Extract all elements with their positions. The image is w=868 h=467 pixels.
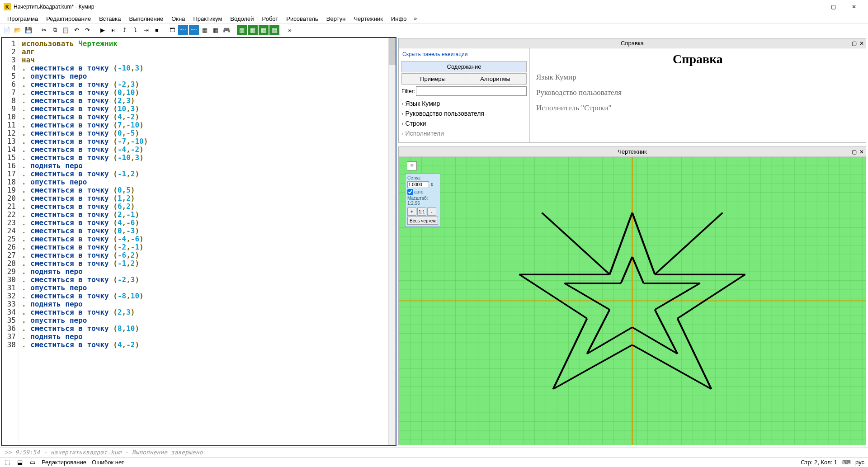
scale-label: Масштаб:: [407, 196, 438, 201]
line-gutter: 1234567891011121314151617181920212223242…: [2, 38, 19, 445]
statusbar: ⬚ ⬓ ▭ Редактирование Ошибок нет Стр: 2, …: [0, 457, 868, 467]
app-icon: K: [4, 3, 11, 10]
help-tree[interactable]: Язык Кумир Руководство пользователя Стро…: [399, 98, 529, 139]
actor1-icon[interactable]: 🗔: [167, 25, 177, 35]
tree-node[interactable]: Руководство пользователя: [401, 108, 527, 118]
filter-label: Filter:: [401, 88, 415, 94]
help-panel-title: Справка ▢ ✕: [399, 38, 866, 48]
auto-checkbox[interactable]: [407, 189, 413, 195]
zoom-in-button[interactable]: +: [407, 208, 416, 216]
drawer-settings: Сетка: ⇕ авто Масштаб: 1:2.96 + 1:1 - Ве…: [405, 173, 440, 227]
menu-overflow[interactable]: »: [411, 14, 420, 23]
keyboard-icon[interactable]: ⌨: [843, 459, 850, 466]
toolbar-overflow[interactable]: »: [285, 25, 295, 35]
auto-label: авто: [414, 189, 424, 194]
actor5-icon[interactable]: ▦: [211, 25, 221, 35]
scale-value: 1:2.96: [407, 201, 438, 206]
copy-icon[interactable]: ⧉: [50, 25, 60, 35]
actor10-icon[interactable]: ▦: [269, 25, 279, 35]
status-icon1[interactable]: ⬚: [4, 459, 11, 466]
actor7-icon[interactable]: ▦: [237, 25, 247, 35]
toolbar: 📄 📂 💾 ✂ ⧉ 📋 ↶ ↷ ▶ ⏯ ⤴ ⤵ ⇥ ■ 🗔 〰 〰 ▦ ▦ 🎮 …: [0, 24, 868, 36]
grid-label: Сетка:: [407, 175, 438, 180]
menu-robot[interactable]: Робот: [259, 14, 282, 23]
help-close-icon[interactable]: ✕: [859, 40, 864, 47]
paste-icon[interactable]: 📋: [61, 25, 71, 35]
open-file-icon[interactable]: 📂: [13, 25, 23, 35]
drawer-maximize-icon[interactable]: ▢: [852, 149, 857, 155]
help-content: Справка Язык Кумир Руководство пользоват…: [530, 48, 866, 142]
drawer-canvas[interactable]: ≡ Сетка: ⇕ авто Масштаб: 1:2.96 + 1:1 - …: [399, 157, 866, 445]
code-area[interactable]: использовать Чертежникалгнач. сместиться…: [19, 38, 388, 445]
cut-icon[interactable]: ✂: [39, 25, 49, 35]
hide-nav-link[interactable]: Скрыть панель навигации: [399, 48, 529, 60]
status-mode: Редактирование: [42, 459, 86, 466]
menu-painter[interactable]: Рисователь: [283, 14, 321, 23]
tab-examples[interactable]: Примеры: [402, 74, 464, 84]
titlebar: K НачертитьКвадрат.kum* - Кумир — ▢ ✕: [0, 0, 868, 14]
console-output: >> 9:59:54 - начертитьквадрат.kum - Выпо…: [0, 447, 868, 457]
drawer-title-label: Чертежник: [618, 148, 647, 155]
drawer-panel-title: Чертежник ▢ ✕: [399, 147, 866, 157]
status-position: Стр: 2, Кол: 1: [801, 459, 837, 466]
actor6-icon[interactable]: 🎮: [222, 25, 231, 35]
menu-windows[interactable]: Окна: [168, 14, 189, 23]
tab-algorithms[interactable]: Алгоритмы: [464, 74, 526, 84]
help-maximize-icon[interactable]: ▢: [852, 40, 857, 47]
menubar: Программа Редактирование Вставка Выполне…: [0, 14, 868, 24]
tree-node[interactable]: Язык Кумир: [401, 99, 527, 108]
actor8-icon[interactable]: ▦: [248, 25, 258, 35]
menu-vertun[interactable]: Вертун: [323, 14, 349, 23]
redo-icon[interactable]: ↷: [82, 25, 92, 35]
stop-icon[interactable]: ■: [152, 25, 162, 35]
zoom-out-button[interactable]: -: [427, 208, 436, 216]
undo-icon[interactable]: ↶: [71, 25, 81, 35]
save-file-icon[interactable]: 💾: [24, 25, 33, 35]
grid-value-input[interactable]: [407, 181, 429, 188]
window-title: НачертитьКвадрат.kum* - Кумир: [14, 4, 802, 10]
help-heading: Справка: [536, 52, 859, 66]
new-file-icon[interactable]: 📄: [2, 25, 12, 35]
close-button[interactable]: ✕: [844, 0, 864, 14]
hamburger-icon[interactable]: ≡: [407, 161, 417, 170]
filter-input[interactable]: [416, 86, 527, 96]
menu-edit[interactable]: Редактирование: [42, 14, 94, 23]
actor9-icon[interactable]: ▦: [259, 25, 269, 35]
help-link[interactable]: Исполнитель "Строки": [536, 104, 859, 113]
editor-scrollbar[interactable]: [388, 38, 396, 445]
tree-node[interactable]: Строки: [401, 118, 527, 128]
help-panel: Справка ▢ ✕ Скрыть панель навигации Соде…: [398, 38, 866, 143]
actor4-icon[interactable]: ▦: [200, 25, 210, 35]
menu-drawer[interactable]: Чертежник: [350, 14, 387, 23]
minimize-button[interactable]: —: [802, 0, 823, 14]
status-errors: Ошибок нет: [92, 459, 124, 466]
run-step-icon[interactable]: ⏯: [108, 25, 118, 35]
menu-practicum[interactable]: Практикум: [189, 14, 226, 23]
zoom-reset-button[interactable]: 1:1: [417, 208, 426, 216]
help-link[interactable]: Руководство пользователя: [536, 88, 859, 97]
menu-run[interactable]: Выполнение: [125, 14, 167, 23]
status-lang[interactable]: рус: [855, 459, 864, 466]
status-icon3[interactable]: ▭: [29, 459, 36, 466]
menu-program[interactable]: Программа: [4, 14, 42, 23]
status-icon2[interactable]: ⬓: [16, 459, 24, 466]
run-icon[interactable]: ▶: [98, 25, 108, 35]
drawer-panel: Чертежник ▢ ✕ ≡: [398, 146, 866, 445]
step-over-icon[interactable]: ⤴: [119, 25, 129, 35]
menu-info[interactable]: Инфо: [387, 14, 410, 23]
menu-insert[interactable]: Вставка: [95, 14, 124, 23]
help-title-label: Справка: [621, 40, 644, 47]
tab-contents[interactable]: Содержание: [402, 61, 526, 72]
step-into-icon[interactable]: ⤵: [130, 25, 140, 35]
maximize-button[interactable]: ▢: [823, 0, 844, 14]
drawer-close-icon[interactable]: ✕: [859, 149, 864, 155]
run-to-icon[interactable]: ⇥: [141, 25, 151, 35]
menu-vodoley[interactable]: Водолей: [226, 14, 257, 23]
code-editor[interactable]: 1234567891011121314151617181920212223242…: [1, 37, 396, 446]
actor3-icon[interactable]: 〰: [189, 25, 199, 35]
tree-node[interactable]: Исполнители: [401, 128, 527, 138]
help-link[interactable]: Язык Кумир: [536, 73, 859, 82]
actor2-icon[interactable]: 〰: [178, 25, 188, 35]
fit-all-button[interactable]: Весь чертеж: [407, 217, 438, 225]
